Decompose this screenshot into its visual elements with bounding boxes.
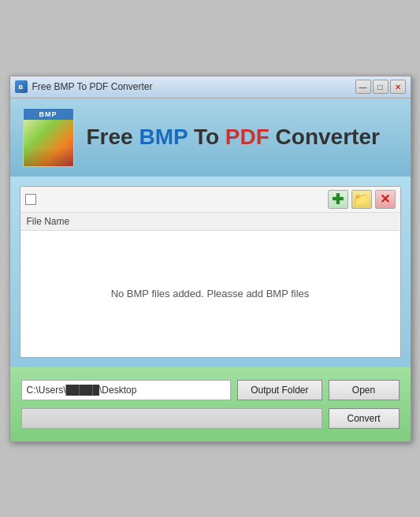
toolbar-right: ✚ 📁 ✕ (328, 190, 396, 209)
add-files-button[interactable]: ✚ (328, 190, 348, 209)
progress-row: Convert (21, 408, 400, 429)
app-header: BMP Free BMP To PDF Converter (10, 99, 411, 177)
title-converter: Converter (269, 125, 380, 149)
empty-message: No BMP files added. Pleasse add BMP file… (111, 288, 310, 299)
path-input[interactable] (21, 380, 232, 400)
app-logo: BMP (23, 108, 74, 167)
app-title: Free BMP To PDF Converter (87, 125, 380, 150)
window-controls: — □ ✕ (355, 80, 406, 94)
title-to: To (188, 125, 225, 149)
title-bmp: BMP (139, 125, 188, 149)
add-icon: ✚ (332, 191, 344, 208)
title-bar: B Free BMP To PDF Converter — □ ✕ (10, 76, 411, 99)
window-title: Free BMP To PDF Converter (32, 81, 153, 92)
main-window: B Free BMP To PDF Converter — □ ✕ BMP Fr… (9, 76, 411, 442)
minimize-button[interactable]: — (355, 80, 371, 94)
logo-bmp-tag: BMP (24, 109, 73, 120)
main-area: ✚ 📁 ✕ File Name No BMP files added. Plea… (10, 177, 411, 367)
maximize-button[interactable]: □ (373, 80, 388, 94)
file-list-header: File Name (20, 213, 400, 231)
title-pdf: PDF (225, 125, 269, 149)
output-row: Output Folder Open (21, 380, 400, 400)
add-folder-button[interactable]: 📁 (351, 190, 372, 209)
file-list-panel: ✚ 📁 ✕ File Name No BMP files added. Plea… (20, 186, 401, 358)
filename-column-header: File Name (27, 216, 70, 227)
title-free: Free (87, 125, 139, 149)
convert-button[interactable]: Convert (329, 408, 400, 429)
remove-button[interactable]: ✕ (375, 190, 396, 209)
bottom-area: Output Folder Open Convert (10, 367, 411, 441)
select-all-checkbox[interactable] (25, 194, 36, 205)
file-list-toolbar: ✚ 📁 ✕ (20, 187, 400, 213)
toolbar-left (25, 194, 36, 205)
folder-icon: 📁 (354, 192, 369, 206)
title-bar-left: B Free BMP To PDF Converter (15, 80, 153, 93)
open-button[interactable]: Open (329, 380, 400, 400)
file-list-content: No BMP files added. Pleasse add BMP file… (20, 231, 400, 357)
output-folder-button[interactable]: Output Folder (237, 380, 322, 400)
remove-icon: ✕ (380, 192, 390, 206)
progress-bar-container (21, 408, 322, 429)
app-icon: B (15, 80, 28, 93)
logo-image (24, 120, 73, 166)
close-button[interactable]: ✕ (390, 80, 406, 94)
